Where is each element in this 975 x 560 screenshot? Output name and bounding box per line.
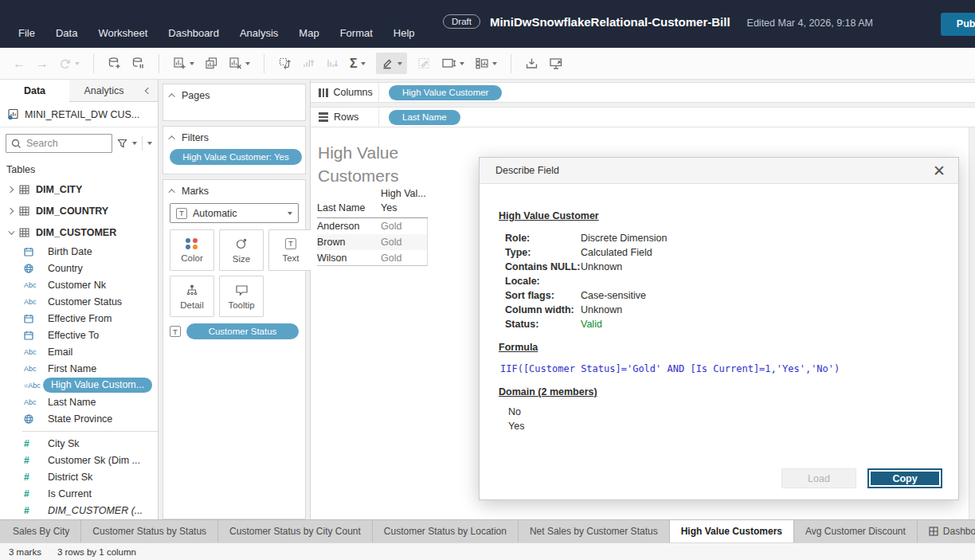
swap-rows-columns-icon[interactable] [278, 57, 292, 70]
menu-file[interactable]: File [8, 24, 45, 42]
search-box[interactable] [6, 134, 112, 153]
table-row[interactable]: Anderson Gold [317, 218, 428, 234]
copy-button[interactable]: Copy [867, 468, 942, 488]
tab-customer-status-by-location[interactable]: Customer Status by Location [373, 520, 519, 542]
column-field-header[interactable]: High Val... [317, 188, 428, 199]
mark-cell[interactable]: Gold [381, 221, 401, 232]
menu-dashboard[interactable]: Dashboard [158, 24, 229, 42]
pill-high-value-customer[interactable]: High Value Customer [389, 85, 502, 100]
menu-help[interactable]: Help [383, 24, 425, 42]
columns-shelf[interactable]: Columns High Value Customer [311, 82, 975, 103]
rows-shelf[interactable]: Rows Last Name [311, 107, 975, 127]
pages-card-header[interactable]: Pages [163, 84, 305, 106]
table-dim-country[interactable]: DIM_COUNTRY [0, 200, 158, 221]
measure-dim-customer-count[interactable]: # DIM_CUSTOMER (... [0, 502, 158, 519]
row-header-cell[interactable]: Wilson [317, 253, 381, 264]
tab-high-value-customers[interactable]: High Value Customers [670, 520, 794, 542]
tab-sales-by-city[interactable]: Sales By City [2, 520, 81, 542]
row-header-cell[interactable]: Brown [317, 237, 381, 248]
sheet-title[interactable]: High Value Customers [318, 142, 421, 188]
field-effective-from[interactable]: Effective From [0, 310, 158, 327]
size-button[interactable]: Size [219, 229, 264, 271]
field-high-value-customer[interactable]: =Abc High Value Custom... [0, 377, 158, 394]
data-pane-menu-icon[interactable] [147, 142, 152, 145]
menu-analysis[interactable]: Analysis [229, 24, 288, 42]
row-header-cell[interactable]: Anderson [317, 221, 381, 232]
tab-data[interactable]: Data [0, 80, 69, 102]
measure-city-sk[interactable]: # City Sk [0, 435, 158, 452]
table-row[interactable]: Brown Gold [317, 234, 428, 250]
presentation-mode-icon[interactable] [549, 57, 563, 70]
new-worksheet-icon[interactable] [173, 57, 194, 70]
pill-customer-status[interactable]: Customer Status [186, 323, 299, 339]
show-cards-icon[interactable] [475, 57, 497, 70]
text-mark-icon[interactable]: T [170, 326, 181, 337]
tooltip-button[interactable]: Tooltip [219, 276, 264, 317]
menu-format[interactable]: Format [330, 24, 383, 42]
vertical-scrollbar[interactable] [969, 127, 975, 519]
collapse-pane-icon[interactable] [139, 80, 158, 102]
measure-district-sk[interactable]: # District Sk [0, 468, 158, 485]
marks-card-header[interactable]: Marks [163, 180, 305, 202]
format-icon[interactable] [417, 57, 431, 70]
clear-sheet-icon[interactable] [229, 57, 250, 70]
collapse-card-icon[interactable] [168, 93, 174, 100]
undo-icon[interactable]: ← [13, 57, 25, 70]
text-button[interactable]: T Text [268, 229, 313, 271]
field-name-selected[interactable]: High Value Custom... [43, 378, 152, 393]
download-icon[interactable] [525, 57, 538, 70]
measure-customer-sk[interactable]: # Customer Sk (Dim ... [0, 452, 158, 468]
pill-last-name[interactable]: Last Name [389, 110, 460, 125]
table-dim-customer[interactable]: DIM_CUSTOMER [0, 221, 158, 243]
menu-data[interactable]: Data [45, 24, 88, 42]
load-button[interactable]: Load [781, 468, 856, 488]
sort-ascending-icon[interactable] [302, 57, 315, 70]
duplicate-sheet-icon[interactable] [205, 57, 218, 70]
column-member-header[interactable]: Yes [381, 202, 397, 213]
table-dim-city[interactable]: DIM_CITY [0, 178, 158, 200]
color-button[interactable]: Color [170, 229, 214, 271]
totals-sigma-icon[interactable]: Σ [350, 57, 366, 71]
measure-is-current[interactable]: # Is Current [0, 485, 158, 502]
collapse-card-icon[interactable] [168, 189, 174, 195]
field-customer-nk[interactable]: Abc Customer Nk [0, 276, 158, 293]
field-first-name[interactable]: Abc First Name [0, 360, 158, 377]
mark-cell[interactable]: Gold [381, 253, 401, 264]
menu-worksheet[interactable]: Worksheet [88, 24, 158, 42]
filter-caret-icon[interactable] [132, 142, 137, 145]
expand-chevron-icon[interactable] [7, 207, 14, 213]
tab-customer-status-by-city-count[interactable]: Customer Status by City Count [218, 520, 373, 542]
pause-updates-icon[interactable] [131, 57, 145, 70]
publish-button[interactable]: Publish [941, 13, 975, 36]
search-input[interactable] [26, 138, 82, 149]
field-birth-date[interactable]: Birth Date [0, 243, 158, 260]
tab-customer-status-by-status[interactable]: Customer Status by Status [81, 520, 218, 542]
expand-chevron-icon[interactable] [7, 186, 14, 192]
field-state-province[interactable]: State Province [0, 410, 158, 427]
field-customer-status[interactable]: Abc Customer Status [0, 293, 158, 310]
fit-selector-icon[interactable] [441, 57, 464, 70]
workbook-title[interactable]: MiniDwSnowflakeRelational-Customer-Bill [490, 15, 730, 29]
detail-button[interactable]: Detail [170, 276, 214, 317]
field-country[interactable]: Country [0, 260, 158, 276]
filter-pill-high-value-customer[interactable]: High Value Customer: Yes [170, 149, 302, 165]
tab-avg-customer-discount[interactable]: Avg Customer Discount [794, 520, 918, 542]
replay-icon[interactable] [59, 57, 80, 70]
field-email[interactable]: Abc Email [0, 343, 158, 360]
mark-cell[interactable]: Gold [381, 237, 401, 248]
redo-icon[interactable]: → [36, 57, 49, 70]
filter-fields-icon[interactable] [117, 139, 127, 148]
field-last-name[interactable]: Abc Last Name [0, 394, 158, 410]
datasource-row[interactable]: MINI_RETAIL_DW CUS... [0, 102, 158, 127]
highlight-icon[interactable] [376, 53, 407, 74]
tab-net-sales-by-customer-status[interactable]: Net Sales by Customer Status [519, 520, 670, 542]
collapse-chevron-icon[interactable] [8, 228, 14, 234]
add-datasource-icon[interactable] [108, 57, 121, 70]
dialog-header[interactable]: Describe Field ✕ [480, 158, 958, 184]
tab-dashboard-bill[interactable]: Dashboard - Bill [918, 520, 975, 542]
field-effective-to[interactable]: Effective To [0, 327, 158, 343]
collapse-card-icon[interactable] [168, 135, 174, 142]
mark-type-dropdown[interactable]: T Automatic [170, 203, 299, 223]
sort-descending-icon[interactable] [326, 57, 339, 70]
close-icon[interactable]: ✕ [933, 163, 946, 178]
